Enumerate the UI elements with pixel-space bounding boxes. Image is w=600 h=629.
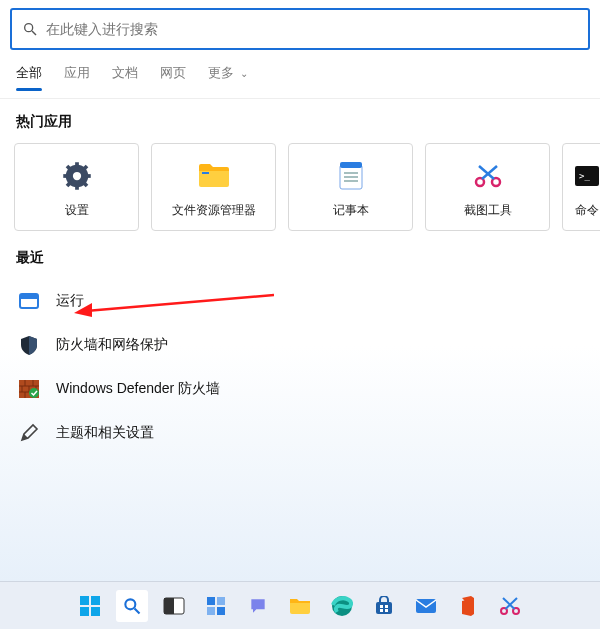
app-card-snip[interactable]: 截图工具	[425, 143, 550, 231]
svg-rect-41	[91, 596, 100, 605]
app-card-settings[interactable]: 设置	[14, 143, 139, 231]
filter-tabs: 全部 应用 文档 网页 更多 ⌄	[0, 50, 600, 99]
svg-rect-59	[416, 599, 436, 613]
svg-rect-28	[20, 294, 38, 299]
svg-rect-15	[340, 162, 362, 168]
tab-all[interactable]: 全部	[16, 64, 42, 90]
recent-label: 主题和相关设置	[56, 424, 154, 442]
svg-rect-57	[380, 609, 383, 612]
explorer-taskbar-icon[interactable]	[284, 590, 316, 622]
store-icon[interactable]	[368, 590, 400, 622]
svg-line-11	[83, 166, 87, 170]
section-recent-label: 最近	[0, 235, 600, 273]
recent-label: Windows Defender 防火墙	[56, 380, 220, 398]
notepad-icon	[338, 156, 364, 196]
svg-line-8	[67, 166, 71, 170]
recent-label: 运行	[56, 292, 84, 310]
tab-docs[interactable]: 文档	[112, 64, 138, 90]
edge-icon[interactable]	[326, 590, 358, 622]
recent-item-run[interactable]: 运行	[12, 279, 588, 323]
pen-icon	[18, 423, 40, 443]
tab-more-label: 更多	[208, 65, 234, 80]
svg-line-10	[67, 182, 71, 186]
recent-list: 运行 防火墙和网络保护 Windows Defender 防火墙 主题和相关设置	[0, 273, 600, 461]
folder-icon	[198, 156, 230, 196]
tab-web[interactable]: 网页	[160, 64, 186, 90]
recent-item-themes[interactable]: 主题和相关设置	[12, 411, 588, 455]
section-top-apps-label: 热门应用	[0, 99, 600, 137]
svg-rect-51	[217, 607, 225, 615]
svg-rect-49	[217, 597, 225, 605]
tab-apps[interactable]: 应用	[64, 64, 90, 90]
app-label: 设置	[65, 202, 89, 219]
app-label: 命令	[575, 202, 599, 219]
taskview-icon[interactable]	[158, 590, 190, 622]
terminal-icon: >_	[574, 156, 600, 196]
app-label: 文件资源管理器	[172, 202, 256, 219]
app-card-explorer[interactable]: 文件资源管理器	[151, 143, 276, 231]
mail-icon[interactable]	[410, 590, 442, 622]
app-label: 记事本	[333, 202, 369, 219]
svg-rect-40	[80, 596, 89, 605]
top-apps-row: 设置 文件资源管理器 记事本 截图工具 >_ 命令	[0, 137, 600, 235]
search-bar[interactable]	[10, 8, 590, 50]
recent-item-defender-firewall[interactable]: Windows Defender 防火墙	[12, 367, 588, 411]
svg-text:>_: >_	[579, 171, 590, 181]
taskbar	[0, 581, 600, 629]
widgets-icon[interactable]	[200, 590, 232, 622]
svg-rect-56	[385, 605, 388, 608]
start-icon[interactable]	[74, 590, 106, 622]
svg-line-9	[83, 182, 87, 186]
search-taskbar-icon[interactable]	[116, 590, 148, 622]
svg-line-45	[135, 608, 140, 613]
app-card-notepad[interactable]: 记事本	[288, 143, 413, 231]
chevron-down-icon: ⌄	[240, 68, 248, 79]
svg-rect-43	[91, 607, 100, 616]
tab-more[interactable]: 更多 ⌄	[208, 64, 248, 90]
svg-rect-50	[207, 607, 215, 615]
svg-rect-12	[199, 169, 229, 187]
scissors-icon	[473, 156, 503, 196]
brick-wall-icon	[18, 380, 40, 398]
svg-rect-42	[80, 607, 89, 616]
svg-rect-55	[380, 605, 383, 608]
chat-icon[interactable]	[242, 590, 274, 622]
recent-item-firewall[interactable]: 防火墙和网络保护	[12, 323, 588, 367]
svg-rect-48	[207, 597, 215, 605]
svg-rect-54	[376, 602, 392, 614]
svg-point-39	[29, 388, 39, 398]
svg-point-0	[25, 24, 33, 32]
svg-rect-47	[164, 598, 174, 614]
svg-rect-13	[202, 172, 209, 174]
recent-label: 防火墙和网络保护	[56, 336, 168, 354]
gear-icon	[62, 156, 92, 196]
app-label: 截图工具	[464, 202, 512, 219]
svg-rect-58	[385, 609, 388, 612]
svg-line-1	[32, 31, 36, 35]
shield-icon	[18, 335, 40, 355]
office-icon[interactable]	[452, 590, 484, 622]
app-card-cmd[interactable]: >_ 命令	[562, 143, 600, 231]
snip-taskbar-icon[interactable]	[494, 590, 526, 622]
search-input[interactable]	[46, 21, 578, 37]
run-icon	[18, 293, 40, 309]
svg-point-3	[72, 171, 80, 179]
svg-point-44	[125, 599, 135, 609]
search-icon	[22, 21, 38, 37]
